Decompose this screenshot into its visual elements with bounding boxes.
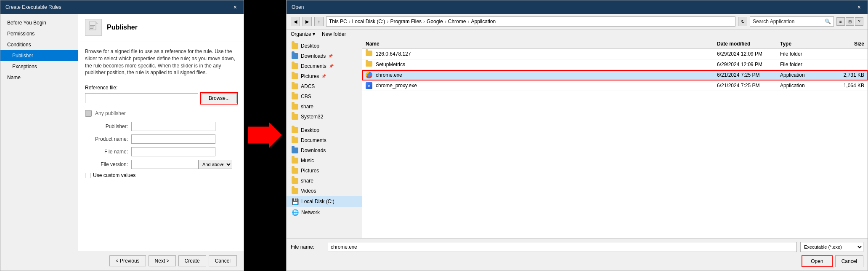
file-version-label: File version: — [85, 161, 131, 167]
any-publisher-row: Any publisher — [85, 110, 237, 117]
middle-separator — [244, 0, 286, 271]
nav-item-pictures2[interactable]: Pictures — [287, 166, 362, 176]
file-name-input[interactable] — [131, 147, 215, 156]
breadcrumb-local-disk[interactable]: Local Disk (C:) — [352, 19, 385, 24]
nav-local-disk-label: Local Disk (C:) — [301, 199, 334, 204]
nav-item-documents2[interactable]: Documents — [287, 135, 362, 145]
col-type-header[interactable]: Type — [780, 41, 831, 47]
reference-file-row: Browse... — [85, 93, 237, 103]
table-row[interactable]: 126.0.6478.127 6/29/2024 12:09 PM File f… — [362, 49, 868, 59]
filename-label: File name: — [291, 244, 324, 250]
filename-row: File name: Executable (*.exe) — [291, 242, 863, 252]
cancel-button-right[interactable]: Cancel — [835, 255, 863, 267]
panel-title: Publisher — [107, 24, 138, 31]
nav-item-downloads[interactable]: Downloads 📌 — [287, 51, 362, 61]
nav-item-music[interactable]: Music — [287, 156, 362, 166]
nav-pictures2-label: Pictures — [301, 168, 319, 174]
breadcrumb-google[interactable]: Google — [427, 19, 443, 24]
filetype-select[interactable]: Executable (*.exe) — [800, 242, 863, 252]
new-folder-button[interactable]: New folder — [322, 31, 346, 37]
view-list-button[interactable]: ≡ — [836, 17, 845, 26]
svg-rect-2 — [90, 25, 95, 26]
nav-item-cbs[interactable]: CBS — [287, 91, 362, 102]
nav-item-network[interactable]: 🌐 Network — [287, 207, 362, 218]
adcs-folder-icon — [292, 83, 298, 89]
publisher-field-input[interactable] — [131, 122, 215, 131]
file-list: Name Date modified Type Size 126.0.6478.… — [362, 39, 868, 238]
exe-file-icon: e — [366, 82, 373, 89]
bottom-buttons: Open Cancel — [291, 255, 863, 267]
search-box[interactable]: Search Application 🔍 — [750, 16, 834, 27]
sidebar-item-before-you-begin[interactable]: Before You Begin — [0, 17, 78, 28]
breadcrumb[interactable]: This PC › Local Disk (C:) › Program File… — [326, 16, 735, 27]
col-size-header[interactable]: Size — [831, 41, 864, 47]
and-above-select[interactable]: And above — [199, 160, 232, 169]
nav-pictures-label: Pictures — [301, 73, 319, 79]
nav-item-share[interactable]: share — [287, 102, 362, 112]
downloads2-icon — [292, 148, 298, 153]
file-type-cell: Application — [780, 72, 831, 78]
nav-documents2-label: Documents — [301, 137, 326, 143]
table-row[interactable]: SetupMetrics 6/29/2024 12:09 PM File fol… — [362, 59, 868, 70]
file-name-cell: 126.0.6478.127 — [376, 51, 717, 57]
system32-folder-icon — [292, 114, 298, 120]
previous-button[interactable]: < Previous — [109, 255, 146, 266]
table-row[interactable]: chrome.exe 6/21/2024 7:25 PM Application… — [362, 70, 868, 80]
breadcrumb-application[interactable]: Application — [471, 19, 496, 24]
file-version-input[interactable] — [131, 160, 199, 169]
sidebar-item-exceptions[interactable]: Exceptions — [0, 61, 78, 72]
breadcrumb-program-files[interactable]: Program Files — [390, 19, 422, 24]
publisher-slider[interactable] — [85, 110, 92, 117]
breadcrumb-this-pc[interactable]: This PC — [329, 19, 347, 24]
network-icon: 🌐 — [292, 209, 299, 216]
browse-button[interactable]: Browse... — [202, 93, 237, 103]
cancel-button-left[interactable]: Cancel — [209, 255, 237, 266]
sidebar-item-publisher[interactable]: Publisher — [0, 50, 78, 61]
sidebar-item-name[interactable]: Name — [0, 72, 78, 83]
product-name-label: Product name: — [85, 136, 131, 142]
nav-desktop2-label: Desktop — [301, 127, 319, 133]
nav-item-pictures[interactable]: Pictures 📌 — [287, 71, 362, 81]
videos-icon — [292, 188, 298, 194]
any-publisher-label: Any publisher — [95, 110, 126, 116]
nav-item-system32[interactable]: System32 — [287, 112, 362, 122]
nav-item-adcs[interactable]: ADCS — [287, 81, 362, 91]
left-dialog-close-button[interactable]: × — [232, 4, 239, 11]
file-date-cell: 6/21/2024 7:25 PM — [717, 72, 780, 78]
desktop-folder-icon — [292, 43, 298, 49]
organize-button[interactable]: Organize ▾ — [291, 31, 315, 37]
view-icon-button[interactable]: ⊞ — [846, 17, 854, 26]
file-bottom: File name: Executable (*.exe) Open Cance… — [287, 238, 868, 271]
col-date-header[interactable]: Date modified — [717, 41, 780, 47]
breadcrumb-chrome[interactable]: Chrome — [448, 19, 466, 24]
nav-pin-icon2: 📌 — [329, 64, 334, 68]
refresh-button[interactable]: ↻ — [738, 17, 747, 26]
reference-file-input[interactable] — [85, 93, 198, 103]
open-dialog: Open × ◀ ▶ ↑ This PC › Local Disk (C:) ›… — [286, 0, 868, 271]
product-name-input[interactable] — [131, 134, 215, 144]
nav-item-downloads2[interactable]: Downloads — [287, 145, 362, 156]
nav-item-videos[interactable]: Videos — [287, 186, 362, 196]
filename-input[interactable] — [328, 242, 797, 252]
file-version-field-row: File version: And above — [85, 160, 237, 169]
right-dialog-close-button[interactable]: × — [856, 4, 863, 11]
back-button[interactable]: ◀ — [291, 17, 300, 26]
nav-item-local-disk[interactable]: 💾 Local Disk (C:) — [287, 196, 362, 207]
create-button[interactable]: Create — [178, 255, 206, 266]
col-name-header[interactable]: Name — [366, 41, 717, 47]
nav-item-desktop[interactable]: Desktop — [287, 41, 362, 51]
dialog-footer: < Previous Next > Create Cancel — [78, 251, 244, 271]
up-button[interactable]: ↑ — [314, 17, 324, 26]
table-row[interactable]: e chrome_proxy.exe 6/21/2024 7:25 PM App… — [362, 80, 868, 91]
sidebar-item-conditions[interactable]: Conditions — [0, 39, 78, 50]
publisher-field-label: Publisher: — [85, 123, 131, 129]
open-button[interactable]: Open — [802, 255, 832, 267]
custom-values-checkbox[interactable] — [85, 173, 90, 178]
next-button[interactable]: Next > — [149, 255, 176, 266]
nav-item-documents[interactable]: Documents 📌 — [287, 61, 362, 71]
forward-button[interactable]: ▶ — [303, 17, 312, 26]
sidebar-item-permissions[interactable]: Permissions — [0, 28, 78, 39]
nav-item-desktop2[interactable]: Desktop — [287, 125, 362, 135]
nav-item-share2[interactable]: share — [287, 176, 362, 186]
help-button[interactable]: ? — [855, 17, 863, 26]
